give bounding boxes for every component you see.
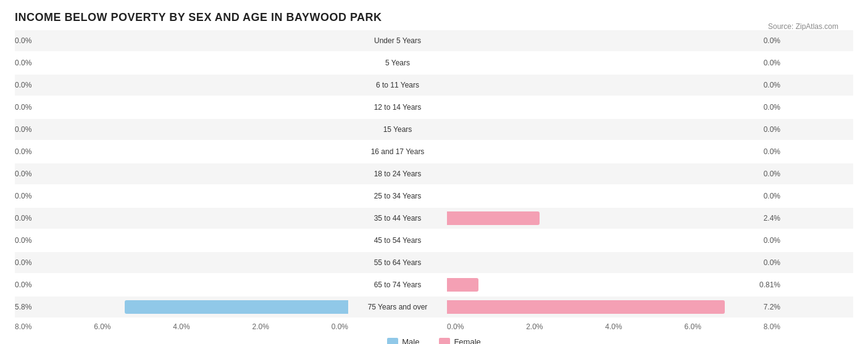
female-value: 0.0% (764, 147, 780, 156)
female-value: 7.2% (764, 303, 780, 311)
male-legend-box (387, 338, 398, 345)
age-label: 75 Years and over (348, 303, 447, 311)
female-value: 0.0% (764, 258, 780, 267)
female-value: 0.0% (764, 192, 780, 200)
male-value: 0.0% (15, 170, 31, 178)
axis-label-2-right: 2.0% (526, 322, 543, 331)
left-section: 0.0% (15, 119, 348, 140)
chart-container: INCOME BELOW POVERTY BY SEX AND AGE IN B… (0, 0, 868, 344)
axis-label-0-left: 0.0% (332, 322, 348, 331)
male-value: 0.0% (15, 147, 31, 156)
male-value: 5.8% (15, 303, 31, 311)
age-label: 5 Years (348, 59, 447, 67)
bar-row: 0.0%Under 5 Years0.0% (15, 30, 853, 51)
male-value: 0.0% (15, 192, 31, 200)
bar-row: 0.0%25 to 34 Years0.0% (15, 186, 853, 207)
right-section: 0.0% (447, 252, 780, 273)
male-value: 0.0% (15, 236, 31, 245)
header-row: INCOME BELOW POVERTY BY SEX AND AGE IN B… (15, 11, 853, 24)
right-section: 7.2% (447, 297, 780, 317)
bar-row: 0.0%5 Years0.0% (15, 52, 853, 73)
female-value: 0.0% (764, 103, 780, 112)
right-section: 0.0% (447, 30, 780, 51)
left-section: 0.0% (15, 141, 348, 162)
right-section: 0.0% (447, 119, 780, 140)
axis-label-8-left: 8.0% (15, 322, 31, 331)
female-value: 0.0% (764, 236, 780, 245)
female-legend-box (439, 338, 450, 345)
female-value: 0.0% (764, 81, 780, 89)
bar-row: 0.0%12 to 14 Years0.0% (15, 97, 853, 118)
left-section: 0.0% (15, 186, 348, 207)
legend-female: Female (439, 337, 480, 344)
right-section: 2.4% (447, 208, 780, 229)
axis-label-0-right: 0.0% (447, 322, 464, 331)
male-value: 0.0% (15, 281, 31, 289)
female-legend-label: Female (454, 337, 480, 344)
age-label: 6 to 11 Years (348, 81, 447, 89)
female-value: 0.0% (764, 170, 780, 178)
right-section: 0.0% (447, 163, 780, 184)
left-section: 5.8% (15, 297, 348, 317)
axis-label-4-left: 4.0% (173, 322, 190, 331)
axis-label-2-left: 2.0% (252, 322, 269, 331)
bar-row: 5.8%75 Years and over7.2% (15, 297, 853, 317)
left-section: 0.0% (15, 75, 348, 96)
female-value: 0.0% (764, 59, 780, 67)
male-value: 0.0% (15, 125, 31, 134)
left-section: 0.0% (15, 52, 348, 73)
female-value: 0.0% (764, 125, 780, 134)
left-section: 0.0% (15, 30, 348, 51)
bar-row: 0.0%65 to 74 Years0.81% (15, 274, 853, 295)
bar-row: 0.0%35 to 44 Years2.4% (15, 208, 853, 229)
male-value: 0.0% (15, 258, 31, 267)
age-label: 35 to 44 Years (348, 214, 447, 223)
male-value: 0.0% (15, 36, 31, 45)
age-label: 15 Years (348, 125, 447, 134)
female-value: 0.81% (759, 281, 780, 289)
age-label: 45 to 54 Years (348, 236, 447, 245)
axis-label-4-right: 4.0% (605, 322, 622, 331)
age-label: Under 5 Years (348, 36, 447, 45)
male-bar (125, 300, 349, 314)
right-section: 0.81% (447, 274, 780, 295)
male-value: 0.0% (15, 81, 31, 89)
bar-row: 0.0%55 to 64 Years0.0% (15, 252, 853, 273)
left-section: 0.0% (15, 230, 348, 251)
axis-label-6-right: 6.0% (684, 322, 701, 331)
right-section: 0.0% (447, 186, 780, 207)
chart-area: 0.0%Under 5 Years0.0%0.0%5 Years0.0%0.0%… (15, 30, 853, 317)
axis-left: 8.0% 6.0% 4.0% 2.0% 0.0% (15, 322, 348, 331)
left-section: 0.0% (15, 252, 348, 273)
legend-male: Male (387, 337, 419, 344)
bar-row: 0.0%15 Years0.0% (15, 119, 853, 140)
female-bar (447, 300, 725, 314)
axis-right: 0.0% 2.0% 4.0% 6.0% 8.0% (447, 322, 780, 331)
age-label: 12 to 14 Years (348, 103, 447, 112)
age-label: 25 to 34 Years (348, 192, 447, 200)
male-value: 0.0% (15, 59, 31, 67)
age-label: 65 to 74 Years (348, 281, 447, 289)
right-section: 0.0% (447, 75, 780, 96)
left-section: 0.0% (15, 274, 348, 295)
left-section: 0.0% (15, 97, 348, 118)
source-text: Source: ZipAtlas.com (768, 22, 838, 31)
right-section: 0.0% (447, 141, 780, 162)
left-section: 0.0% (15, 163, 348, 184)
right-section: 0.0% (447, 230, 780, 251)
age-label: 55 to 64 Years (348, 258, 447, 267)
female-value: 0.0% (764, 36, 780, 45)
bar-row: 0.0%6 to 11 Years0.0% (15, 75, 853, 96)
right-section: 0.0% (447, 97, 780, 118)
left-section: 0.0% (15, 208, 348, 229)
axis-row: 8.0% 6.0% 4.0% 2.0% 0.0% 0.0% 2.0% 4.0% … (15, 322, 853, 331)
axis-label-8-right: 8.0% (764, 322, 780, 331)
female-bar (447, 211, 540, 225)
bar-row: 0.0%18 to 24 Years0.0% (15, 163, 853, 184)
male-value: 0.0% (15, 103, 31, 112)
age-label: 18 to 24 Years (348, 170, 447, 178)
female-bar (447, 278, 478, 292)
age-label: 16 and 17 Years (348, 147, 447, 156)
female-value: 2.4% (764, 214, 780, 223)
male-value: 0.0% (15, 214, 31, 223)
